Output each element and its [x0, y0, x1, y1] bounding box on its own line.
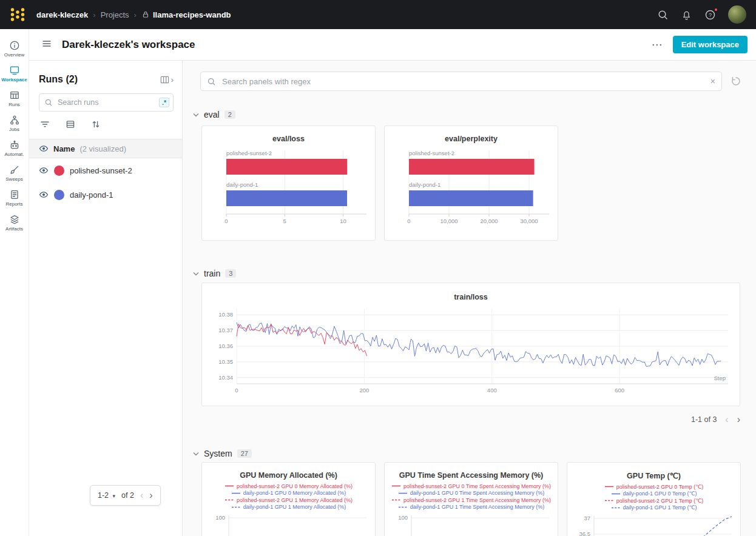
panels-area: × eval 2 eval/loss 0510polished-sunset-2…: [183, 61, 756, 536]
legend-item[interactable]: daily-pond-1 GPU 1 Time Spent Accessing …: [388, 504, 555, 511]
chart-panel-gpu-memory[interactable]: GPU Memory Allocated (%) polished-sunset…: [201, 462, 376, 536]
regex-toggle-button[interactable]: .*: [159, 98, 169, 107]
bell-icon[interactable]: [681, 9, 692, 21]
workspace-icon: [9, 65, 20, 76]
runs-column-header[interactable]: Name (2 visualized): [29, 139, 182, 158]
legend-item[interactable]: daily-pond-1 GPU 0 Temp (℃): [570, 491, 737, 498]
eye-icon[interactable]: [39, 190, 49, 199]
help-icon[interactable]: ?: [704, 9, 716, 21]
legend-swatch-icon: [611, 492, 621, 496]
legend-swatch-icon: [611, 506, 621, 510]
search-icon[interactable]: [657, 9, 669, 21]
legend-item[interactable]: daily-pond-1 GPU 1 Temp (℃): [570, 504, 737, 512]
breadcrumb-projects[interactable]: Projects: [101, 10, 129, 19]
legend-swatch-icon: [224, 484, 234, 488]
section-system-header[interactable]: System 27: [183, 447, 756, 460]
navbar-actions: ?: [657, 5, 746, 24]
chart-title: eval/perplexity: [385, 135, 558, 143]
legend-item[interactable]: polished-sunset-2 GPU 1 Temp (℃): [570, 497, 737, 504]
edit-workspace-button[interactable]: Edit workspace: [673, 36, 748, 53]
chevron-right-icon[interactable]: ›: [737, 415, 740, 424]
chart-legend: polished-sunset-2 GPU 0 Temp (℃)daily-po…: [567, 483, 740, 511]
breadcrumb-project[interactable]: llama-recipes-wandb: [153, 10, 231, 19]
chevron-left-icon[interactable]: ‹: [725, 415, 728, 424]
run-row[interactable]: polished-sunset-2: [29, 158, 182, 183]
runs-panel-title: Runs (2): [39, 74, 78, 85]
breadcrumb-user[interactable]: darek-kleczek: [36, 10, 88, 19]
eye-icon[interactable]: [39, 166, 49, 175]
sidebar-item-automations[interactable]: Automat.: [0, 136, 29, 161]
sidebar-item-runs[interactable]: Runs: [0, 86, 29, 111]
legend-item[interactable]: daily-pond-1 GPU 1 Memory Allocated (%): [205, 504, 372, 511]
svg-text:20,000: 20,000: [480, 218, 498, 224]
runs-pagination: 1-2 ▾ of 2 ‹ ›: [90, 485, 161, 506]
legend-item[interactable]: polished-sunset-2 GPU 0 Temp (℃): [570, 483, 737, 491]
sidebar-item-overview[interactable]: Overview: [0, 36, 29, 61]
chart-panel-eval-loss[interactable]: eval/loss 0510polished-sunset-2daily-pon…: [201, 126, 376, 241]
sidebar-item-label: Workspace: [1, 78, 27, 82]
sidebar-item-artifacts[interactable]: Artifacts: [0, 210, 29, 235]
legend-item[interactable]: daily-pond-1 GPU 0 Time Spent Accessing …: [388, 490, 555, 497]
panel-menu-icon[interactable]: [41, 38, 52, 52]
overflow-menu-icon[interactable]: ⋯: [652, 39, 663, 50]
chevron-left-icon[interactable]: ‹: [140, 491, 143, 500]
clear-search-icon[interactable]: ×: [710, 76, 715, 86]
run-name[interactable]: polished-sunset-2: [70, 166, 132, 175]
filter-icon[interactable]: [40, 119, 50, 132]
sidebar-item-sweeps[interactable]: Sweeps: [0, 161, 29, 186]
group-icon[interactable]: [66, 119, 75, 132]
search-history-icon[interactable]: [731, 76, 741, 87]
runs-search-input[interactable]: [56, 98, 155, 107]
run-row[interactable]: daily-pond-1: [29, 183, 182, 207]
search-icon: [44, 98, 53, 107]
svg-text:30,000: 30,000: [520, 218, 538, 224]
svg-text:600: 600: [615, 387, 624, 394]
run-color-dot[interactable]: [54, 190, 64, 200]
eye-icon[interactable]: [39, 144, 49, 153]
legend-item[interactable]: polished-sunset-2 GPU 0 Time Spent Acces…: [388, 483, 555, 490]
sidebar-item-jobs[interactable]: Jobs: [0, 111, 29, 136]
chart-panel-gpu-time[interactable]: GPU Time Spent Accessing Memory (%) poli…: [384, 462, 558, 536]
run-name[interactable]: daily-pond-1: [70, 190, 113, 199]
legend-item[interactable]: polished-sunset-2 GPU 0 Memory Allocated…: [205, 483, 372, 490]
runs-search[interactable]: .*: [39, 93, 174, 112]
name-column-label: Name: [53, 144, 75, 153]
sidebar-item-reports[interactable]: Reports: [0, 186, 29, 210]
chevron-right-icon[interactable]: ›: [149, 491, 152, 500]
chart-panel-eval-perplexity[interactable]: eval/perplexity 010,00020,00030,000polis…: [384, 126, 558, 241]
sidebar-item-label: Runs: [8, 102, 20, 107]
sort-icon[interactable]: [91, 119, 101, 132]
chevron-down-icon: [193, 113, 199, 117]
section-system: System 27 GPU Memory Allocated (%) polis…: [183, 447, 756, 536]
chart-panel-gpu-temp[interactable]: GPU Temp (℃) polished-sunset-2 GPU 0 Tem…: [567, 462, 741, 536]
wandb-logo[interactable]: [10, 7, 25, 22]
section-eval-header[interactable]: eval 2: [183, 109, 756, 121]
svg-text:10,000: 10,000: [440, 218, 457, 224]
legend-swatch-icon: [231, 505, 241, 509]
page-title: Darek-kleczek's workspace: [62, 39, 195, 51]
legend-swatch-icon: [224, 498, 234, 502]
chart-panel-train-loss[interactable]: train/loss 10.3410.3510.3610.3710.380200…: [201, 283, 740, 406]
svg-text:0: 0: [224, 218, 228, 224]
run-color-dot[interactable]: [54, 166, 64, 176]
section-train-header[interactable]: train 3: [183, 267, 756, 280]
svg-text:10.36: 10.36: [218, 343, 233, 349]
runs-table-expand-button[interactable]: ›: [160, 75, 174, 85]
svg-text:10.35: 10.35: [218, 358, 233, 365]
breadcrumb: darek-kleczek › Projects › llama-recipes…: [36, 10, 231, 19]
svg-text:0: 0: [407, 218, 410, 224]
runs-panel: Runs (2) › .*: [29, 61, 183, 536]
table-icon: [9, 90, 20, 101]
broom-icon: [9, 164, 20, 175]
avatar[interactable]: [728, 5, 746, 24]
legend-swatch-icon: [604, 498, 614, 503]
panel-search-input[interactable]: [221, 76, 706, 87]
notification-dot: [714, 7, 718, 12]
left-rail: Overview Workspace Runs Jobs Automat. Sw…: [0, 29, 29, 536]
legend-item[interactable]: polished-sunset-2 GPU 1 Time Spent Acces…: [388, 497, 555, 504]
sidebar-item-workspace[interactable]: Workspace: [0, 61, 29, 86]
legend-item[interactable]: polished-sunset-2 GPU 1 Memory Allocated…: [205, 497, 372, 504]
page-range-dropdown[interactable]: 1-2 ▾: [98, 491, 115, 500]
legend-item[interactable]: daily-pond-1 GPU 0 Memory Allocated (%): [205, 490, 372, 497]
panel-search[interactable]: ×: [200, 72, 722, 91]
